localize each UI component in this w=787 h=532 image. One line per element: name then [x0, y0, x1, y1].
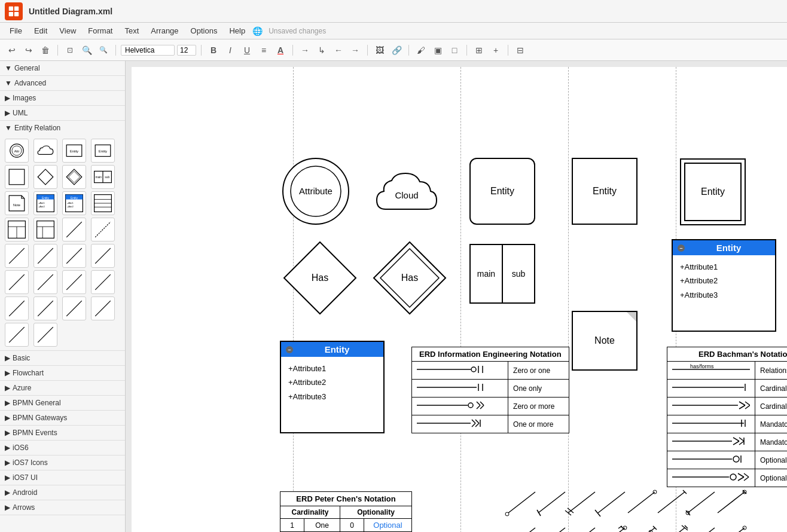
entity-shape-1[interactable]: Entity: [469, 158, 535, 225]
svg-line-78: [480, 405, 484, 409]
menu-arrange[interactable]: Arrange: [146, 25, 183, 36]
svg-line-90: [739, 402, 745, 405]
shape-table1[interactable]: [5, 218, 29, 241]
diamond-has-2[interactable]: Has: [371, 239, 449, 317]
shape-line12[interactable]: [33, 296, 57, 320]
menu-options[interactable]: Options: [186, 25, 222, 36]
left-panel: ▼ General ▼ Advanced ▶ Images ▶ UML ▼: [0, 61, 126, 532]
link-button[interactable]: 🔗: [389, 43, 404, 57]
shape-line10[interactable]: [91, 270, 115, 294]
svg-text:Entity: Entity: [71, 197, 78, 200]
shape-diamond[interactable]: [33, 165, 57, 189]
shape-line7[interactable]: [5, 270, 29, 294]
section-flowchart-header[interactable]: ▶ Flowchart: [0, 366, 125, 380]
undo-button[interactable]: ↩: [5, 43, 19, 57]
shape-line15[interactable]: [5, 323, 29, 347]
shape-line16[interactable]: [33, 323, 57, 347]
shape-line13[interactable]: [62, 296, 86, 320]
diamond-has-1[interactable]: Has: [281, 239, 359, 317]
bold-button[interactable]: B: [206, 43, 221, 57]
cloud-shape[interactable]: Cloud: [371, 161, 443, 221]
menu-text[interactable]: Text: [120, 25, 144, 36]
grid-button[interactable]: ⊞: [472, 43, 486, 57]
shape-attribute[interactable]: Attr: [5, 139, 29, 163]
shape-line14[interactable]: [91, 296, 115, 320]
image-button[interactable]: 🖼: [373, 43, 387, 57]
delete-button[interactable]: 🗑: [38, 43, 53, 57]
plus-button[interactable]: +: [489, 43, 503, 57]
split-entity-shape[interactable]: main sub: [469, 244, 535, 304]
menu-view[interactable]: View: [54, 25, 81, 36]
shape-line2[interactable]: [91, 218, 115, 241]
arrow-bent-button[interactable]: ↳: [315, 43, 329, 57]
shape-note[interactable]: Note: [5, 191, 29, 215]
section-basic-header[interactable]: ▶ Basic: [0, 351, 125, 365]
section-advanced-header[interactable]: ▼ Advanced: [0, 76, 125, 90]
shape-line1[interactable]: [62, 218, 86, 241]
shape-entity-square[interactable]: [5, 165, 29, 189]
shape-split-entity[interactable]: mainsub: [91, 165, 115, 189]
minimize-btn-1[interactable]: –: [678, 244, 685, 252]
section-er-header[interactable]: ▼ Entity Relation: [0, 121, 125, 135]
shape-line4[interactable]: [33, 244, 57, 268]
arrow-straight-button[interactable]: →: [298, 43, 312, 57]
menu-file[interactable]: File: [5, 25, 27, 36]
shape-diamond-double[interactable]: [62, 165, 86, 189]
shape-line5[interactable]: [62, 244, 86, 268]
align-button[interactable]: ≡: [257, 43, 271, 57]
shape-entity-attr2[interactable]: Entity+Attr1+Attr2: [62, 191, 86, 215]
italic-button[interactable]: I: [223, 43, 237, 57]
note-shape[interactable]: Note: [572, 311, 637, 371]
shape-line9[interactable]: [62, 270, 86, 294]
canvas[interactable]: Attribute Cloud Entity Entity Entity: [132, 67, 787, 532]
section-bpmng-header[interactable]: ▶ BPMN General: [0, 396, 125, 410]
entity-shape-3[interactable]: Entity: [680, 158, 746, 225]
shape-line6[interactable]: [91, 244, 115, 268]
svg-line-112: [508, 492, 535, 513]
rect-button[interactable]: □: [447, 43, 462, 57]
shape-entity-rect[interactable]: Entity: [62, 139, 86, 163]
shape-dense-table[interactable]: [91, 191, 115, 215]
fill-button2[interactable]: ▣: [431, 43, 445, 57]
svg-line-49: [66, 274, 82, 290]
minimize-btn-2[interactable]: –: [286, 346, 293, 353]
entity-attr-box-1[interactable]: – Entity +Attribute1 +Attribute2 +Attrib…: [672, 239, 776, 332]
section-ios7u-header[interactable]: ▶ iOS7 UI: [0, 470, 125, 485]
shape-line3[interactable]: [5, 244, 29, 268]
entity-attr-box-2[interactable]: – Entity +Attribute1 +Attribute2 +Attrib…: [280, 341, 385, 433]
redo-button[interactable]: ↪: [22, 43, 36, 57]
menu-help[interactable]: Help: [224, 25, 250, 36]
attribute-shape[interactable]: Attribute: [280, 155, 352, 227]
section-bpmngw-header[interactable]: ▶ BPMN Gateways: [0, 411, 125, 425]
font-input[interactable]: [121, 45, 175, 56]
entity-shape-2[interactable]: Entity: [572, 158, 637, 225]
section-ios7i-header[interactable]: ▶ iOS7 Icons: [0, 455, 125, 470]
fill-color-button[interactable]: 🖌: [414, 43, 428, 57]
font-color-button[interactable]: A: [273, 43, 288, 57]
section-uml-header[interactable]: ▶ UML: [0, 106, 125, 120]
section-images-header[interactable]: ▶ Images: [0, 91, 125, 105]
section-general-header[interactable]: ▼ General: [0, 61, 125, 75]
panel-button[interactable]: ⊟: [513, 43, 527, 57]
shape-entity-rect2[interactable]: Entity: [91, 139, 115, 163]
shape-cloud[interactable]: [33, 139, 57, 163]
section-azure-header[interactable]: ▶ Azure: [0, 381, 125, 395]
arrow-fwd-button[interactable]: →: [348, 43, 362, 57]
section-arrows-header[interactable]: ▶ Arrows: [0, 500, 125, 515]
shape-table2[interactable]: [33, 218, 57, 241]
arrow-back-button[interactable]: ←: [331, 43, 346, 57]
zoom-out-button[interactable]: 🔍: [96, 43, 111, 57]
zoom-in-button[interactable]: 🔍: [80, 43, 94, 57]
underline-button[interactable]: U: [240, 43, 254, 57]
shape-line8[interactable]: [33, 270, 57, 294]
font-size-input[interactable]: [177, 45, 196, 56]
fit-button[interactable]: ⊡: [63, 43, 77, 57]
section-android-header[interactable]: ▶ Android: [0, 485, 125, 500]
menu-edit[interactable]: Edit: [29, 25, 52, 36]
shape-line11[interactable]: [5, 296, 29, 320]
section-bpmne-header[interactable]: ▶ BPMN Events: [0, 426, 125, 440]
canvas-area[interactable]: Attribute Cloud Entity Entity Entity: [126, 61, 787, 532]
menu-format[interactable]: Format: [83, 25, 117, 36]
shape-entity-attr1[interactable]: Entity+Attr1+Attr2: [33, 191, 57, 215]
section-ios6-header[interactable]: ▶ iOS6: [0, 441, 125, 455]
